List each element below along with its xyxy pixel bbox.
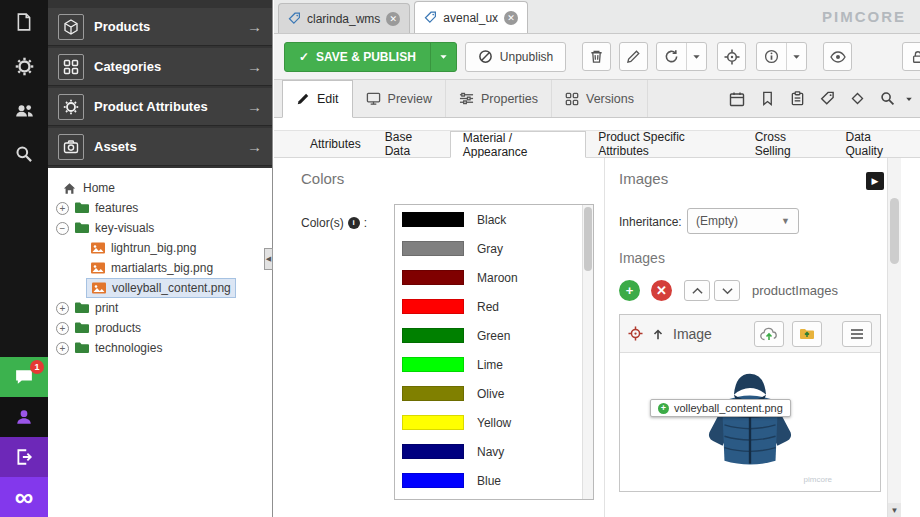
scrollbar-thumb[interactable] bbox=[890, 198, 899, 264]
locate-crosshair-icon[interactable] bbox=[628, 326, 643, 341]
file-button[interactable] bbox=[0, 0, 48, 44]
move-down-button[interactable] bbox=[714, 280, 740, 301]
notes-button[interactable] bbox=[782, 80, 812, 118]
color-swatch bbox=[402, 299, 464, 314]
tab-versions[interactable]: Versions bbox=[552, 80, 648, 117]
subtab-data-quality[interactable]: Data Quality bbox=[834, 131, 920, 157]
editor-tab-icons bbox=[722, 80, 920, 117]
clipped-toolbar-button[interactable] bbox=[902, 42, 920, 71]
tree-item-home[interactable]: Home bbox=[48, 178, 272, 198]
expand-plus-icon[interactable]: + bbox=[56, 322, 69, 335]
settings-button[interactable] bbox=[0, 44, 48, 88]
pimcore-brand: PIMCORE bbox=[822, 8, 920, 33]
expand-plus-icon[interactable]: + bbox=[56, 342, 69, 355]
menu-button[interactable] bbox=[842, 321, 872, 347]
users-icon bbox=[15, 101, 34, 120]
scrollbar-thumb[interactable] bbox=[584, 207, 592, 271]
subtab-cross-selling[interactable]: Cross Selling bbox=[743, 131, 834, 157]
collapse-minus-icon[interactable]: − bbox=[56, 222, 69, 235]
panel-expand-button[interactable]: ▶ bbox=[866, 172, 884, 190]
users-button[interactable] bbox=[0, 88, 48, 132]
color-multiselect-list[interactable]: Black Gray Maroon Red Green Lime Olive Y… bbox=[394, 204, 594, 500]
color-option[interactable]: Gray bbox=[395, 234, 593, 263]
pimcore-logo-button[interactable]: ∞ bbox=[0, 477, 48, 517]
info-options-caret[interactable] bbox=[786, 43, 806, 70]
move-up-button[interactable] bbox=[684, 280, 710, 301]
color-option[interactable]: Navy bbox=[395, 437, 593, 466]
inheritance-dropdown[interactable]: (Empty) ▼ bbox=[687, 208, 799, 234]
notifications-button[interactable]: 1 bbox=[0, 357, 48, 397]
subtab-product-specific[interactable]: Product Specific Attributes bbox=[586, 131, 743, 157]
bookmark-button[interactable] bbox=[752, 80, 782, 118]
logout-button[interactable] bbox=[0, 437, 48, 477]
expand-plus-icon[interactable]: + bbox=[56, 302, 69, 315]
search-button[interactable] bbox=[0, 132, 48, 176]
schedule-button[interactable] bbox=[722, 80, 752, 118]
select-from-assets-button[interactable] bbox=[792, 321, 822, 347]
tree-item-martialarts[interactable]: martialarts_big.png bbox=[48, 258, 272, 278]
tab-edit[interactable]: Edit bbox=[282, 80, 353, 118]
tree-item-key-visuals[interactable]: − key-visuals bbox=[48, 218, 272, 238]
rename-button[interactable] bbox=[619, 42, 648, 71]
info-button[interactable] bbox=[757, 43, 786, 70]
search-in-object-button[interactable] bbox=[872, 80, 902, 118]
locate-in-tree-button[interactable] bbox=[717, 42, 746, 71]
color-option[interactable]: Olive bbox=[395, 379, 593, 408]
workflow-button[interactable] bbox=[842, 80, 872, 118]
sidebar-panel-product-attributes[interactable]: Product Attributes → bbox=[48, 88, 272, 126]
color-option[interactable]: Lime bbox=[395, 350, 593, 379]
expand-plus-icon[interactable]: + bbox=[56, 202, 69, 215]
more-caret[interactable] bbox=[902, 80, 916, 118]
color-option[interactable]: Blue bbox=[395, 466, 593, 495]
tree-item-lightrun[interactable]: lightrun_big.png bbox=[48, 238, 272, 258]
upload-from-computer-button[interactable] bbox=[754, 321, 784, 347]
doc-tab-clarinda[interactable]: clarinda_wms ✕ bbox=[278, 3, 410, 33]
close-icon[interactable]: ✕ bbox=[504, 11, 518, 25]
color-swatch bbox=[402, 241, 464, 256]
upload-arrow-icon[interactable] bbox=[651, 327, 665, 341]
tree-item-products[interactable]: + products bbox=[48, 318, 272, 338]
tab-preview[interactable]: Preview bbox=[353, 80, 446, 117]
save-publish-button[interactable]: ✓ SAVE & PUBLISH bbox=[284, 42, 457, 72]
color-option[interactable]: Green bbox=[395, 321, 593, 350]
main-area: clarinda_wms ✕ avenal_ux ✕ PIMCORE ✓ SAV… bbox=[274, 0, 920, 517]
color-option[interactable]: Yellow bbox=[395, 408, 593, 437]
preview-eye-button[interactable] bbox=[823, 42, 852, 71]
add-image-button[interactable]: + bbox=[619, 280, 640, 301]
remove-image-button[interactable]: ✕ bbox=[651, 280, 672, 301]
delete-button[interactable] bbox=[582, 42, 611, 71]
profile-button[interactable] bbox=[0, 397, 48, 437]
tree-item-volleyball-selected[interactable]: volleyball_content.png bbox=[48, 278, 272, 298]
images-panel-scrollbar[interactable]: ▼ bbox=[887, 158, 901, 517]
sidebar-panel-categories[interactable]: Categories → bbox=[48, 48, 272, 86]
unpublish-button[interactable]: Unpublish bbox=[465, 42, 566, 72]
versions-grid-icon bbox=[565, 92, 579, 106]
sidebar-panel-products[interactable]: Products → bbox=[48, 8, 272, 46]
color-list-scrollbar[interactable] bbox=[582, 205, 593, 499]
tree-item-features[interactable]: + features bbox=[48, 198, 272, 218]
color-option[interactable]: Red bbox=[395, 292, 593, 321]
sidebar-panel-assets[interactable]: Assets → bbox=[48, 128, 272, 166]
subtab-material-appearance[interactable]: Material / Appearance bbox=[450, 131, 586, 158]
subtab-attributes[interactable]: Attributes bbox=[298, 131, 373, 157]
asset-tree: Home + features − key-visuals lightrun_b… bbox=[48, 168, 272, 517]
cube-icon bbox=[58, 14, 84, 40]
tag-button[interactable] bbox=[812, 80, 842, 118]
reload-button[interactable] bbox=[657, 43, 686, 70]
reload-options-caret[interactable] bbox=[686, 43, 706, 70]
image-preview-area[interactable]: + volleyball_content.png pimcore bbox=[620, 353, 880, 492]
color-option[interactable]: Maroon bbox=[395, 263, 593, 292]
color-option[interactable]: Black bbox=[395, 205, 593, 234]
arrow-right-icon: → bbox=[247, 138, 262, 155]
document-tabbar: clarinda_wms ✕ avenal_ux ✕ PIMCORE bbox=[274, 0, 920, 34]
doc-tab-avenal[interactable]: avenal_ux ✕ bbox=[414, 1, 528, 33]
tab-properties[interactable]: Properties bbox=[446, 80, 552, 117]
sidebar-collapse-handle[interactable]: ◀ bbox=[264, 248, 273, 270]
tree-item-print[interactable]: + print bbox=[48, 298, 272, 318]
save-options-caret[interactable] bbox=[430, 43, 456, 71]
tab-label: Preview bbox=[388, 92, 432, 106]
tree-item-technologies[interactable]: + technologies bbox=[48, 338, 272, 358]
subtab-base-data[interactable]: Base Data bbox=[373, 131, 450, 157]
close-icon[interactable]: ✕ bbox=[386, 12, 400, 26]
scroll-down-arrow[interactable]: ▼ bbox=[888, 503, 901, 517]
